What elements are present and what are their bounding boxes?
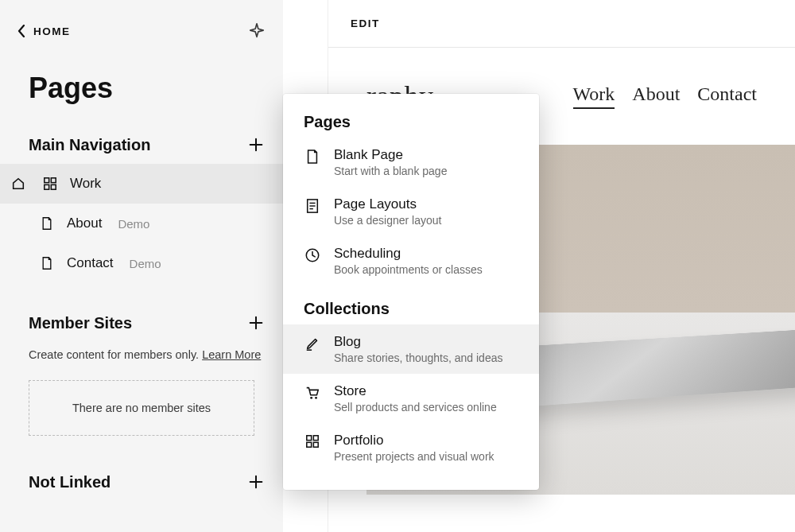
add-page-popover: Pages Blank Page Start with a blank page… xyxy=(283,94,539,490)
popover-item-blog[interactable]: Blog Share stories, thoughts, and ideas xyxy=(283,324,539,374)
popover-item-store[interactable]: Store Sell products and services online xyxy=(283,374,539,423)
popover-section-collections: Collections xyxy=(283,285,539,324)
chevron-left-icon xyxy=(17,25,25,37)
main-nav-list: Work About Demo Contact Demo xyxy=(0,164,283,283)
nav-item-work[interactable]: Work xyxy=(0,164,283,204)
page-icon xyxy=(38,256,56,270)
home-label: HOME xyxy=(33,25,71,37)
svg-rect-15 xyxy=(313,442,318,447)
site-nav-work[interactable]: Work xyxy=(573,83,615,109)
nav-item-about[interactable]: About Demo xyxy=(0,204,283,243)
svg-rect-1 xyxy=(51,178,56,183)
edit-button[interactable]: EDIT xyxy=(351,17,380,29)
popover-item-page-layouts[interactable]: Page Layouts Use a designer layout xyxy=(283,187,539,236)
demo-tag: Demo xyxy=(130,257,161,270)
member-sites-empty: There are no member sites xyxy=(29,380,254,436)
grid-icon xyxy=(41,177,59,191)
svg-rect-12 xyxy=(307,436,312,441)
page-title: Pages xyxy=(0,40,283,105)
popover-item-desc: Share stories, thoughts, and ideas xyxy=(334,351,502,364)
add-page-button[interactable] xyxy=(246,135,266,154)
blank-page-icon xyxy=(304,147,321,165)
nav-item-label: About xyxy=(67,216,102,231)
cart-icon xyxy=(304,383,321,401)
member-sites-description: Create content for members only. Learn M… xyxy=(0,342,283,363)
popover-item-desc: Use a designer layout xyxy=(334,214,441,227)
nav-item-contact[interactable]: Contact Demo xyxy=(0,243,283,283)
page-layouts-icon xyxy=(304,196,321,214)
popover-item-title: Portfolio xyxy=(334,433,494,449)
popover-item-desc: Sell products and services online xyxy=(334,401,497,414)
svg-point-11 xyxy=(315,397,317,399)
page-icon xyxy=(38,216,56,231)
pen-icon xyxy=(304,334,321,351)
popover-item-desc: Present projects and visual work xyxy=(334,450,494,463)
home-icon xyxy=(11,177,25,191)
section-title-member-sites: Member Sites xyxy=(29,314,132,332)
site-nav-about[interactable]: About xyxy=(632,83,680,109)
svg-rect-3 xyxy=(51,184,56,189)
section-member-sites: Member Sites xyxy=(0,283,283,342)
section-not-linked: Not Linked xyxy=(0,436,283,501)
popover-item-desc: Start with a blank page xyxy=(334,165,447,177)
site-nav: Work About Contact xyxy=(573,83,757,109)
grid-icon xyxy=(304,433,321,449)
svg-rect-0 xyxy=(45,178,49,183)
svg-rect-13 xyxy=(313,436,318,441)
popover-section-pages: Pages xyxy=(283,113,539,138)
site-nav-contact[interactable]: Contact xyxy=(697,83,757,109)
nav-item-label: Work xyxy=(70,176,101,192)
popover-item-title: Blank Page xyxy=(334,147,447,163)
add-not-linked-button[interactable] xyxy=(246,472,266,491)
popover-item-portfolio[interactable]: Portfolio Present projects and visual wo… xyxy=(283,423,539,472)
svg-point-10 xyxy=(310,397,312,399)
svg-rect-2 xyxy=(45,184,49,189)
nav-item-label: Contact xyxy=(67,255,114,271)
demo-tag: Demo xyxy=(118,217,149,231)
popover-item-desc: Book appointments or classes xyxy=(334,263,483,276)
svg-rect-14 xyxy=(307,442,312,447)
sparkle-icon[interactable] xyxy=(248,22,266,40)
add-member-site-button[interactable] xyxy=(246,313,266,332)
popover-item-scheduling[interactable]: Scheduling Book appointments or classes xyxy=(283,236,539,285)
popover-item-title: Blog xyxy=(334,334,502,350)
popover-item-title: Page Layouts xyxy=(334,196,441,212)
section-title-main-nav: Main Navigation xyxy=(29,136,150,154)
back-home-link[interactable]: HOME xyxy=(17,25,71,37)
popover-item-title: Store xyxy=(334,383,497,399)
preview-topbar: EDIT xyxy=(328,0,795,48)
pages-sidebar: HOME Pages Main Navigation Work About xyxy=(0,0,283,532)
clock-icon xyxy=(304,246,321,263)
popover-item-blank-page[interactable]: Blank Page Start with a blank page xyxy=(283,138,539,187)
section-main-navigation: Main Navigation xyxy=(0,105,283,164)
popover-item-title: Scheduling xyxy=(334,246,483,262)
section-title-not-linked: Not Linked xyxy=(29,473,111,491)
learn-more-link[interactable]: Learn More xyxy=(202,348,261,361)
